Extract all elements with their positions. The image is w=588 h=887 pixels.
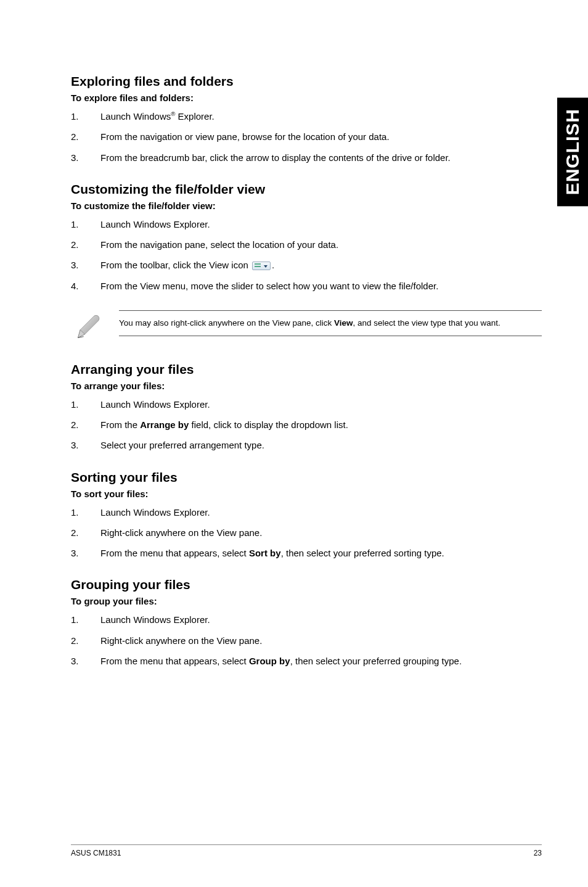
step-text: Launch Windows Explorer. — [100, 505, 542, 519]
step-number: 2. — [71, 130, 100, 144]
subhead-sorting: To sort your files: — [71, 489, 542, 499]
step-text: From the navigation pane, select the loc… — [100, 237, 542, 252]
list-item: 3. From the breadcrumb bar, click the ar… — [71, 151, 542, 165]
step-number: 1. — [71, 217, 100, 231]
step-text: Launch Windows Explorer. — [100, 613, 542, 627]
step-text: From the breadcrumb bar, click the arrow… — [100, 151, 542, 165]
step-number: 1. — [71, 109, 100, 123]
step-number: 2. — [71, 418, 100, 432]
step-text: Launch Windows Explorer. — [100, 217, 542, 231]
subhead-customizing: To customize the file/folder view: — [71, 200, 542, 211]
step-number: 2. — [71, 526, 100, 540]
list-item: 3. From the menu that appears, select Gr… — [71, 654, 542, 668]
step-number: 2. — [71, 237, 100, 252]
language-tab: ENGLISH — [557, 97, 588, 206]
text-fragment: You may also right-click anywhere on the… — [119, 318, 334, 328]
step-number: 3. — [71, 438, 100, 452]
list-item: 2. From the navigation pane, select the … — [71, 237, 542, 252]
step-text: From the Arrange by field, click to disp… — [100, 418, 542, 432]
section-sorting: Sorting your files To sort your files: 1… — [71, 470, 542, 561]
view-options-icon — [252, 262, 271, 270]
list-item: 3. Select your preferred arrangement typ… — [71, 438, 542, 452]
text-fragment: field, click to display the dropdown lis… — [189, 419, 348, 430]
note-text: You may also right-click anywhere on the… — [119, 317, 537, 329]
text-fragment: From the menu that appears, select — [100, 548, 249, 558]
text-fragment: , and select the view type that you want… — [353, 318, 500, 328]
text-fragment: From the — [100, 419, 140, 430]
subhead-grouping: To group your files: — [71, 596, 542, 606]
text-fragment: From the menu that appears, select — [100, 656, 249, 666]
text-fragment: Explorer. — [175, 111, 214, 122]
list-item: 2. Right-click anywhere on the View pane… — [71, 633, 542, 648]
footer-page-number: 23 — [534, 849, 542, 857]
section-arranging: Arranging your files To arrange your fil… — [71, 362, 542, 453]
step-number: 4. — [71, 279, 100, 293]
list-item: 1. Launch Windows® Explorer. — [71, 109, 542, 123]
step-text: From the toolbar, click the View icon . — [100, 258, 542, 272]
pencil-icon — [75, 314, 102, 341]
step-number: 1. — [71, 613, 100, 627]
section-customizing: Customizing the file/folder view To cust… — [71, 182, 542, 293]
heading-grouping: Grouping your files — [71, 577, 542, 592]
text-fragment: , then select your preferred sorting typ… — [281, 548, 444, 558]
section-exploring: Exploring files and folders To explore f… — [71, 74, 542, 165]
list-item: 2. From the navigation or view pane, bro… — [71, 130, 542, 144]
step-text: Right-click anywhere on the View pane. — [100, 633, 542, 648]
steps-arranging: 1. Launch Windows Explorer. 2. From the … — [71, 397, 542, 453]
list-item: 1. Launch Windows Explorer. — [71, 217, 542, 231]
step-number: 2. — [71, 633, 100, 648]
text-bold: View — [334, 318, 353, 328]
step-number: 3. — [71, 151, 100, 165]
steps-customizing: 1. Launch Windows Explorer. 2. From the … — [71, 217, 542, 293]
list-item: 4. From the View menu, move the slider t… — [71, 279, 542, 293]
step-number: 3. — [71, 654, 100, 668]
step-text: From the menu that appears, select Sort … — [100, 546, 542, 560]
text-fragment: Launch Windows — [100, 111, 171, 122]
heading-exploring: Exploring files and folders — [71, 74, 542, 89]
list-item: 1. Launch Windows Explorer. — [71, 613, 542, 627]
step-text: From the navigation or view pane, browse… — [100, 130, 542, 144]
step-text: Launch Windows® Explorer. — [100, 109, 542, 123]
text-bold: Sort by — [249, 548, 281, 558]
steps-sorting: 1. Launch Windows Explorer. 2. Right-cli… — [71, 505, 542, 561]
step-text: From the menu that appears, select Group… — [100, 654, 542, 668]
list-item: 3. From the toolbar, click the View icon… — [71, 258, 542, 272]
heading-arranging: Arranging your files — [71, 362, 542, 377]
step-number: 1. — [71, 505, 100, 519]
heading-sorting: Sorting your files — [71, 470, 542, 485]
step-number: 3. — [71, 546, 100, 560]
step-number: 3. — [71, 258, 100, 272]
section-grouping: Grouping your files To group your files:… — [71, 577, 542, 668]
subhead-exploring: To explore files and folders: — [71, 93, 542, 103]
text-fragment: From the toolbar, click the View icon — [100, 260, 251, 270]
step-text: Right-click anywhere on the View pane. — [100, 526, 542, 540]
step-text: Launch Windows Explorer. — [100, 397, 542, 411]
list-item: 2. From the Arrange by field, click to d… — [71, 418, 542, 432]
footer-model: ASUS CM1831 — [71, 849, 121, 857]
steps-exploring: 1. Launch Windows® Explorer. 2. From the… — [71, 109, 542, 165]
page-footer: ASUS CM1831 23 — [71, 844, 542, 857]
step-text: Select your preferred arrangement type. — [100, 438, 542, 452]
heading-customizing: Customizing the file/folder view — [71, 182, 542, 197]
list-item: 1. Launch Windows Explorer. — [71, 505, 542, 519]
text-bold: Group by — [249, 656, 290, 666]
note-callout: You may also right-click anywhere on the… — [71, 310, 542, 341]
steps-grouping: 1. Launch Windows Explorer. 2. Right-cli… — [71, 613, 542, 668]
list-item: 2. Right-click anywhere on the View pane… — [71, 526, 542, 540]
list-item: 1. Launch Windows Explorer. — [71, 397, 542, 411]
step-text: From the View menu, move the slider to s… — [100, 279, 542, 293]
text-fragment: , then select your preferred grouping ty… — [290, 656, 462, 666]
text-fragment: . — [272, 260, 274, 270]
note-text-wrap: You may also right-click anywhere on the… — [119, 310, 542, 336]
list-item: 3. From the menu that appears, select So… — [71, 546, 542, 560]
subhead-arranging: To arrange your files: — [71, 381, 542, 391]
step-number: 1. — [71, 397, 100, 411]
text-bold: Arrange by — [140, 419, 189, 430]
